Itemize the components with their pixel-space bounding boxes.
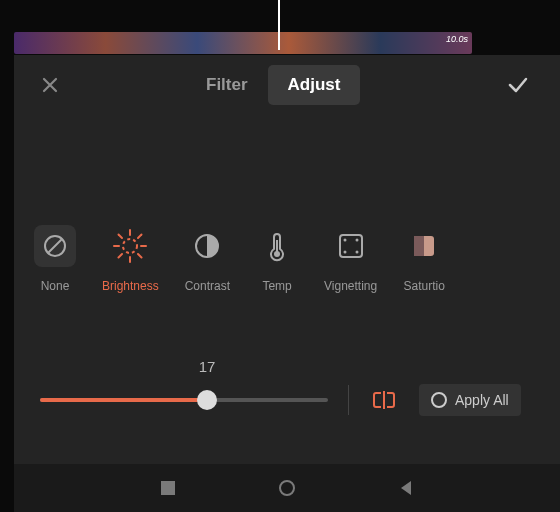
option-label: Temp	[262, 279, 291, 293]
slider-row: 17 Apply All	[40, 380, 560, 420]
option-none[interactable]: None	[34, 225, 76, 293]
svg-line-1	[48, 239, 62, 253]
option-saturation[interactable]: Saturtio	[403, 225, 445, 293]
timeline-clip[interactable]: 10.0s	[14, 32, 472, 54]
back-icon[interactable]	[397, 479, 415, 497]
option-label: Saturtio	[404, 279, 445, 293]
option-vignetting[interactable]: Vignetting	[324, 225, 377, 293]
playhead[interactable]	[278, 0, 280, 50]
svg-line-10	[138, 235, 142, 239]
circle-icon	[431, 392, 447, 408]
slider-thumb[interactable]	[197, 390, 217, 410]
option-label: None	[41, 279, 70, 293]
svg-point-16	[355, 239, 358, 242]
none-icon	[42, 233, 68, 259]
panel-header: Filter Adjust	[14, 65, 560, 105]
home-icon[interactable]	[277, 478, 297, 498]
recent-apps-icon[interactable]	[159, 479, 177, 497]
svg-point-2	[123, 239, 137, 253]
confirm-button[interactable]	[494, 67, 542, 103]
svg-line-8	[138, 254, 142, 258]
clip-duration: 10.0s	[446, 34, 468, 44]
brightness-slider[interactable]: 17	[40, 380, 328, 420]
contrast-icon	[193, 232, 221, 260]
slider-value: 17	[199, 358, 216, 375]
tabs: Filter Adjust	[186, 65, 360, 105]
option-temp[interactable]: Temp	[256, 225, 298, 293]
slider-fill	[40, 398, 207, 402]
svg-line-7	[119, 235, 123, 239]
svg-rect-22	[161, 481, 175, 495]
slider-track	[40, 398, 328, 402]
svg-rect-20	[414, 236, 424, 256]
check-icon	[505, 72, 531, 98]
option-brightness[interactable]: Brightness	[102, 225, 159, 293]
svg-point-23	[280, 481, 294, 495]
option-label: Contrast	[185, 279, 230, 293]
svg-point-17	[343, 251, 346, 254]
system-nav-bar	[14, 464, 560, 512]
apply-all-label: Apply All	[455, 392, 509, 408]
divider	[348, 385, 349, 415]
svg-line-9	[119, 254, 123, 258]
svg-point-18	[355, 251, 358, 254]
adjust-options: None Brightnes	[14, 105, 560, 293]
close-icon	[40, 75, 60, 95]
brightness-icon	[110, 226, 150, 266]
tab-adjust[interactable]: Adjust	[268, 65, 361, 105]
close-button[interactable]	[32, 67, 68, 103]
vignetting-icon	[336, 231, 366, 261]
option-label: Vignetting	[324, 279, 377, 293]
thermometer-icon	[263, 230, 291, 262]
saturation-icon	[410, 232, 438, 260]
compare-button[interactable]	[369, 385, 399, 415]
svg-point-15	[343, 239, 346, 242]
tab-filter[interactable]: Filter	[186, 65, 268, 105]
svg-rect-14	[340, 235, 362, 257]
option-contrast[interactable]: Contrast	[185, 225, 230, 293]
adjust-panel: Filter Adjust None	[14, 55, 560, 464]
apply-all-button[interactable]: Apply All	[419, 384, 521, 416]
option-label: Brightness	[102, 279, 159, 293]
compare-icon	[371, 389, 397, 411]
